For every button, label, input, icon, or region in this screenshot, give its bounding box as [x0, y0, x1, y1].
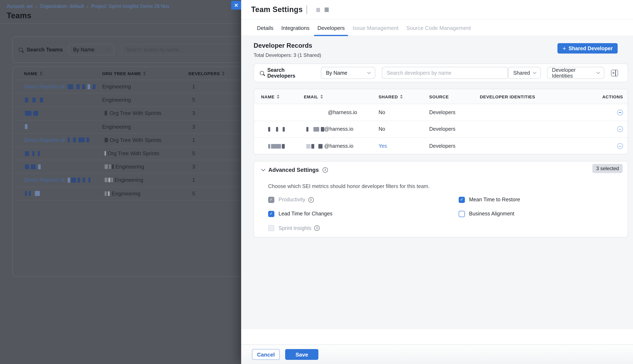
- search-icon: [260, 71, 264, 75]
- advanced-settings-toggle[interactable]: Advanced Settings i: [262, 167, 328, 173]
- developer-source-cell: Developers: [429, 110, 480, 116]
- add-shared-developer-button[interactable]: + Shared Developer: [558, 43, 618, 54]
- redaction-block: [276, 127, 278, 132]
- redaction-block: [73, 138, 76, 142]
- tab-details[interactable]: Details: [257, 20, 274, 36]
- dev-col-shared[interactable]: SHARED: [378, 94, 429, 99]
- checkbox-unchecked[interactable]: [459, 211, 465, 217]
- checkbox-unchecked[interactable]: [268, 225, 274, 231]
- sort-icon[interactable]: [143, 71, 146, 75]
- redaction-block: [68, 138, 70, 142]
- metric-option-lead-time-for-changes: Lead Time for Changes: [268, 210, 332, 217]
- redaction-block: [104, 151, 106, 156]
- dev-col-source-label: SOURCE: [429, 94, 449, 99]
- team-name-cell: [13, 111, 102, 116]
- breadcrumb-org-link[interactable]: Organization: default: [40, 4, 84, 9]
- redacted-text: [25, 191, 40, 196]
- section-title: Developer Records: [254, 42, 312, 50]
- developers-table-header: NAME EMAIL SHARED SOURCE: [254, 89, 628, 104]
- developers-search-by-select[interactable]: By Name: [321, 67, 375, 79]
- redacted-text: [306, 144, 324, 148]
- team-name-link[interactable]: Direct Reports of: [24, 137, 64, 143]
- breadcrumb-separator: ›: [87, 4, 88, 8]
- breadcrumb-project-link[interactable]: Project: Sprint Insights Demo 26 Nov: [91, 4, 169, 9]
- developer-identities-dropdown[interactable]: Developer Identities: [547, 67, 604, 79]
- checkbox-checked[interactable]: [459, 196, 465, 203]
- redaction-block: [25, 164, 29, 169]
- redaction-block: [321, 127, 324, 132]
- remove-developer-icon[interactable]: [617, 144, 623, 149]
- developer-actions-cell: [600, 126, 628, 132]
- teams-col-orgtree[interactable]: ORG TREE NAME: [102, 71, 188, 76]
- chevron-down-icon: [596, 70, 600, 74]
- redacted-text: [104, 111, 109, 116]
- org-tree-name: Engineering: [102, 84, 131, 90]
- org-tree-name: Org Tree With Sprints: [108, 150, 160, 156]
- redaction-block: [104, 178, 108, 182]
- redacted-text: [68, 84, 95, 89]
- dev-col-name[interactable]: NAME: [254, 94, 304, 99]
- drawer-title: Team Settings: [251, 6, 303, 14]
- team-name-link[interactable]: Direct Reports of: [24, 84, 64, 90]
- sort-icon[interactable]: [222, 71, 224, 75]
- add-column-icon[interactable]: [611, 70, 618, 76]
- title-divider: [306, 6, 307, 14]
- teams-search-by-select[interactable]: By Name: [68, 44, 114, 55]
- sort-icon[interactable]: [277, 94, 279, 98]
- remove-developer-icon[interactable]: [617, 110, 623, 116]
- cancel-button[interactable]: Cancel: [252, 349, 280, 360]
- breadcrumb-account-link[interactable]: Account: sei: [7, 4, 32, 9]
- redaction-block: [38, 151, 40, 156]
- developer-row[interactable]: @harness.ioYesDevelopers: [254, 138, 628, 154]
- tab-developers[interactable]: Developers: [317, 20, 345, 36]
- org-tree-name: Org Tree With Sprints: [110, 110, 162, 116]
- shared-value: Yes: [378, 144, 387, 149]
- redacted-text: [68, 178, 90, 182]
- redacted-team-name: [324, 8, 329, 12]
- remove-developer-icon[interactable]: [617, 126, 623, 132]
- redaction-block: [282, 144, 285, 148]
- redaction-block: [38, 164, 41, 169]
- source-value: Developers: [429, 144, 455, 149]
- developers-count: 1: [188, 177, 195, 183]
- org-tree-cell: Engineering: [102, 164, 188, 170]
- save-button[interactable]: Save: [285, 349, 318, 360]
- tab-issue-management[interactable]: Issue Management: [352, 20, 398, 36]
- developer-row[interactable]: @harness.ioNoDevelopers: [254, 121, 628, 138]
- redaction-block: [109, 164, 111, 169]
- dev-col-email[interactable]: EMAIL: [304, 94, 378, 99]
- redaction-block: [112, 164, 114, 169]
- developers-search-input[interactable]: Search developers by name: [382, 67, 508, 79]
- tab-source-code-management[interactable]: Source Code Management: [406, 20, 471, 36]
- redaction-block: [68, 178, 70, 182]
- metric-option-label: Lead Time for Changes: [278, 211, 332, 217]
- org-tree-cell: Org Tree With Sprints: [102, 137, 188, 143]
- sort-icon[interactable]: [320, 94, 323, 98]
- org-tree-name: Engineering: [114, 177, 144, 183]
- redaction-block: [318, 144, 322, 148]
- info-icon[interactable]: i: [308, 197, 314, 202]
- info-icon[interactable]: i: [322, 167, 328, 173]
- developer-source-cell: Developers: [429, 126, 480, 132]
- redaction-block: [88, 178, 90, 182]
- org-tree-cell: Engineering: [102, 190, 188, 196]
- redacted-text: [68, 138, 89, 142]
- sort-icon[interactable]: [40, 71, 42, 75]
- redaction-block: [268, 144, 270, 148]
- org-tree-cell: Engineering: [102, 97, 188, 103]
- checkbox-checked[interactable]: [268, 196, 274, 203]
- developer-row[interactable]: @harness.ioNoDevelopers: [254, 104, 628, 121]
- sort-icon[interactable]: [400, 94, 403, 98]
- redacted-text: [25, 111, 38, 116]
- team-name-link[interactable]: Direct Reports of: [24, 177, 64, 183]
- redaction-block: [78, 138, 84, 142]
- breadcrumb-separator: ›: [36, 4, 37, 8]
- info-icon[interactable]: i: [314, 225, 320, 231]
- tab-integrations[interactable]: Integrations: [282, 20, 310, 36]
- org-tree-name: Engineering: [102, 124, 131, 130]
- shared-filter-dropdown[interactable]: Shared: [508, 67, 541, 79]
- checkbox-checked[interactable]: [268, 211, 274, 217]
- close-icon[interactable]: ✕: [231, 1, 241, 10]
- teams-col-name[interactable]: NAME: [13, 71, 102, 76]
- redacted-text: [104, 178, 114, 182]
